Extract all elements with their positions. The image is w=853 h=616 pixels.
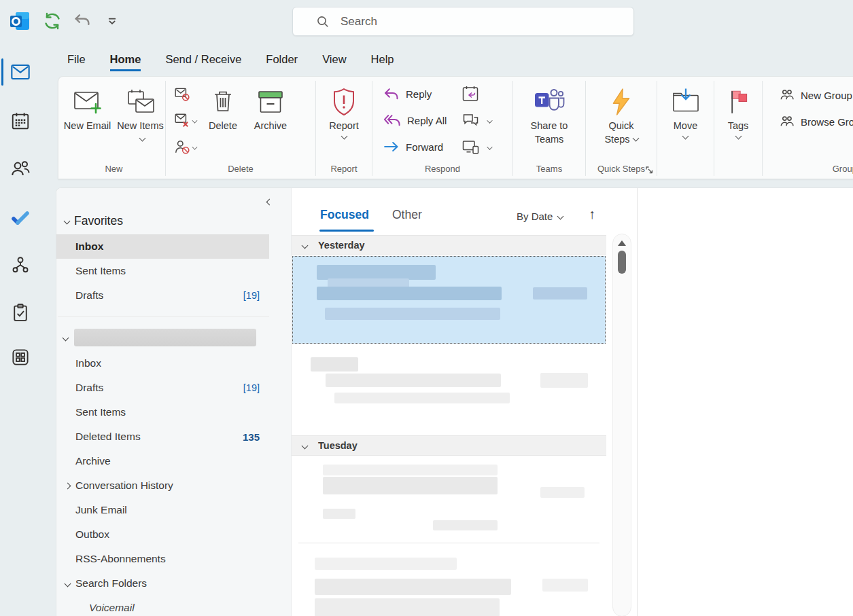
collapse-folder-pane-button[interactable] xyxy=(262,195,276,209)
active-indicator xyxy=(1,58,3,86)
todo-check-icon xyxy=(10,206,31,228)
report-shield-icon xyxy=(330,86,358,117)
move-label: Move xyxy=(674,120,697,131)
folder-search-folders[interactable]: Search Folders xyxy=(56,571,291,596)
date-group-yesterday[interactable]: Yesterday xyxy=(292,235,606,255)
nav-mail[interactable] xyxy=(0,57,41,87)
chevron-down-icon xyxy=(65,580,71,587)
share-to-teams-label: Share to Teams xyxy=(531,120,568,145)
folder-outbox[interactable]: Outbox xyxy=(56,522,291,547)
archive-icon xyxy=(254,86,287,117)
reply-button[interactable]: Reply xyxy=(383,85,447,103)
quick-steps-dialog-launcher[interactable] xyxy=(645,166,654,175)
search-input[interactable] xyxy=(341,15,612,29)
email-item-selected[interactable] xyxy=(292,256,606,344)
scroll-up-arrow[interactable] xyxy=(618,240,626,246)
scrollbar[interactable] xyxy=(612,234,631,616)
delete-button[interactable]: Delete xyxy=(204,77,242,156)
tab-focused[interactable]: Focused xyxy=(320,208,369,222)
ribbon-group-delete: Delete Archive Delete xyxy=(166,77,315,179)
ribbon: New Email New Items New xyxy=(58,76,853,179)
tab-home[interactable]: Home xyxy=(110,53,141,71)
block-sender-button[interactable] xyxy=(174,138,197,156)
tags-button[interactable]: Tags xyxy=(723,77,753,142)
nav-tasks[interactable] xyxy=(0,297,41,327)
folder-favorites-sent-items[interactable]: Sent Items xyxy=(56,259,291,283)
folder-voicemail[interactable]: Voicemail xyxy=(56,596,291,616)
chevron-down-icon xyxy=(487,144,493,149)
share-screen-button[interactable] xyxy=(462,138,492,156)
redacted-text-block xyxy=(311,357,358,372)
im-reply-button[interactable] xyxy=(462,111,492,129)
folder-favorites-drafts[interactable]: Drafts [19] xyxy=(56,283,291,308)
new-group-button[interactable]: New Group xyxy=(779,86,853,104)
nav-todo[interactable] xyxy=(0,202,41,232)
divider xyxy=(298,543,599,543)
chevron-down-icon xyxy=(487,117,493,123)
quick-steps-button[interactable]: Quick Steps xyxy=(600,77,642,146)
customize-toolbar-icon[interactable] xyxy=(103,10,121,32)
folder-inbox[interactable]: Inbox xyxy=(56,351,291,376)
active-tab-underline xyxy=(319,230,374,232)
folder-deleted-items[interactable]: Deleted Items 135 xyxy=(56,424,291,449)
sort-by-dropdown[interactable]: By Date xyxy=(517,211,563,222)
tab-send-receive[interactable]: Send / Receive xyxy=(165,53,241,69)
folder-rss-abonnements[interactable]: RSS-Abonnements xyxy=(56,547,291,571)
favorites-header[interactable]: Favorites xyxy=(56,207,291,234)
search-bar[interactable] xyxy=(292,7,634,36)
group-people-icon xyxy=(779,88,795,103)
folder-sent-items[interactable]: Sent Items xyxy=(56,400,291,424)
quick-steps-label: Quick Steps xyxy=(604,120,633,145)
new-email-button[interactable]: New Email xyxy=(63,77,113,146)
folder-archive[interactable]: Archive xyxy=(56,449,291,473)
nav-people[interactable] xyxy=(0,153,41,183)
account-header[interactable] xyxy=(56,324,291,351)
new-group-label: New Group xyxy=(801,90,852,101)
reply-all-button[interactable]: Reply All xyxy=(383,111,447,129)
email-item[interactable] xyxy=(292,457,606,543)
report-label: Report xyxy=(329,120,359,131)
new-items-button[interactable]: New Items xyxy=(116,77,166,146)
send-receive-sync-icon[interactable] xyxy=(41,10,63,32)
forward-button[interactable]: Forward xyxy=(383,138,447,156)
tab-file[interactable]: File xyxy=(67,53,86,69)
folder-junk-email[interactable]: Junk Email xyxy=(56,498,291,522)
delete-label: Delete xyxy=(209,120,237,131)
nav-calendar[interactable] xyxy=(0,106,41,136)
folder-drafts[interactable]: Drafts [19] xyxy=(56,376,291,400)
lightning-icon xyxy=(608,86,634,117)
item-count-badge: 135 xyxy=(243,431,260,443)
folder-favorites-inbox[interactable]: Inbox xyxy=(56,234,269,259)
tab-help[interactable]: Help xyxy=(371,53,394,69)
redacted-text-block xyxy=(315,598,500,616)
mail-icon xyxy=(10,62,31,82)
undo-icon[interactable] xyxy=(71,10,93,32)
report-button[interactable]: Report xyxy=(324,77,364,142)
message-list: Focused Other By Date ↑ Yesterday Tu xyxy=(292,188,637,616)
sort-direction-button[interactable]: ↑ xyxy=(589,206,595,222)
group-label-teams: Teams xyxy=(513,164,585,174)
folder-conversation-history[interactable]: Conversation History xyxy=(56,473,291,498)
tab-folder[interactable]: Folder xyxy=(266,53,298,69)
scrollbar-thumb[interactable] xyxy=(618,251,626,274)
junk-button[interactable] xyxy=(174,111,197,129)
meeting-button[interactable] xyxy=(462,85,492,103)
ribbon-group-respond: Reply Reply All Forward xyxy=(372,77,512,179)
chevron-down-icon xyxy=(192,144,198,149)
move-button[interactable]: Move xyxy=(668,77,703,142)
share-to-teams-button[interactable]: Share to Teams xyxy=(525,77,573,146)
date-group-tuesday[interactable]: Tuesday xyxy=(292,435,606,456)
ribbon-group-move: Move xyxy=(657,77,714,179)
tab-other[interactable]: Other xyxy=(392,208,422,222)
archive-button[interactable]: Archive xyxy=(249,77,292,156)
email-item[interactable] xyxy=(292,544,606,616)
email-item[interactable] xyxy=(292,345,606,430)
redacted-text-block xyxy=(533,287,587,300)
nav-org-chart[interactable] xyxy=(0,250,41,280)
chevron-down-icon xyxy=(341,132,347,139)
unread-count-badge: [19] xyxy=(243,290,260,301)
browse-groups-button[interactable]: Browse Groups xyxy=(779,113,853,130)
ignore-button[interactable] xyxy=(174,85,197,103)
nav-more-apps[interactable] xyxy=(0,342,41,372)
tab-view[interactable]: View xyxy=(322,53,346,69)
